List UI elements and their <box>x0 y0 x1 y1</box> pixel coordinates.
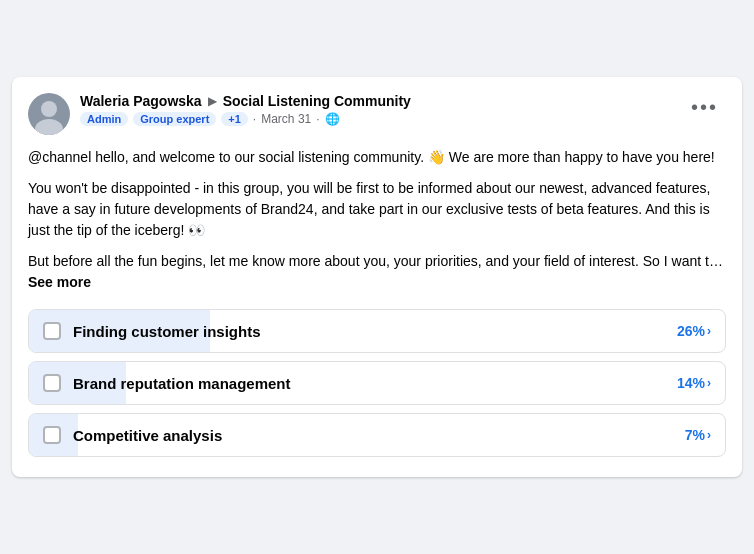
chevron-right-icon: › <box>707 428 711 442</box>
poll-percent-text: 26% <box>677 323 705 339</box>
poll-option-percent: 14%› <box>677 375 711 391</box>
poll-section: Finding customer insights26%›Brand reput… <box>28 309 726 457</box>
post-date: March 31 <box>261 112 311 126</box>
badge-plus: +1 <box>221 112 248 126</box>
see-more-link[interactable]: See more <box>28 274 91 290</box>
more-options-button[interactable]: ••• <box>683 93 726 121</box>
poll-option-percent: 7%› <box>685 427 711 443</box>
community-name[interactable]: Social Listening Community <box>223 93 411 109</box>
chevron-right-icon: › <box>707 324 711 338</box>
poll-checkbox[interactable] <box>43 426 61 444</box>
poll-option-label: Finding customer insights <box>73 323 677 340</box>
poll-checkbox[interactable] <box>43 374 61 392</box>
badges-row: Admin Group expert +1 · March 31 · 🌐 <box>80 112 411 126</box>
post-paragraph-1: @channel hello, and welcome to our socia… <box>28 147 726 168</box>
name-row: Waleria Pagowska ▶ Social Listening Comm… <box>80 93 411 109</box>
poll-option-label: Competitive analysis <box>73 427 685 444</box>
svg-point-1 <box>41 101 57 117</box>
poll-percent-text: 14% <box>677 375 705 391</box>
chevron-right-icon: › <box>707 376 711 390</box>
globe-icon: 🌐 <box>325 112 340 126</box>
author-info: Waleria Pagowska ▶ Social Listening Comm… <box>28 93 411 135</box>
post-paragraph-3-text: But before all the fun begins, let me kn… <box>28 253 723 269</box>
post-header: Waleria Pagowska ▶ Social Listening Comm… <box>28 93 726 135</box>
avatar[interactable] <box>28 93 70 135</box>
badge-expert[interactable]: Group expert <box>133 112 216 126</box>
post-body: @channel hello, and welcome to our socia… <box>28 147 726 293</box>
author-name[interactable]: Waleria Pagowska <box>80 93 202 109</box>
badge-admin[interactable]: Admin <box>80 112 128 126</box>
poll-option[interactable]: Brand reputation management14%› <box>28 361 726 405</box>
post-paragraph-3: But before all the fun begins, let me kn… <box>28 251 726 293</box>
meta-dot: · <box>253 112 256 126</box>
poll-option[interactable]: Finding customer insights26%› <box>28 309 726 353</box>
poll-option-label: Brand reputation management <box>73 375 677 392</box>
meta-separator: · <box>316 112 319 126</box>
avatar-image <box>28 93 70 135</box>
poll-option-percent: 26%› <box>677 323 711 339</box>
poll-checkbox[interactable] <box>43 322 61 340</box>
header-info: Waleria Pagowska ▶ Social Listening Comm… <box>80 93 411 126</box>
post-paragraph-2: You won't be disappointed - in this grou… <box>28 178 726 241</box>
post-card: Waleria Pagowska ▶ Social Listening Comm… <box>12 77 742 477</box>
arrow-icon: ▶ <box>208 94 217 108</box>
poll-option[interactable]: Competitive analysis7%› <box>28 413 726 457</box>
poll-percent-text: 7% <box>685 427 705 443</box>
